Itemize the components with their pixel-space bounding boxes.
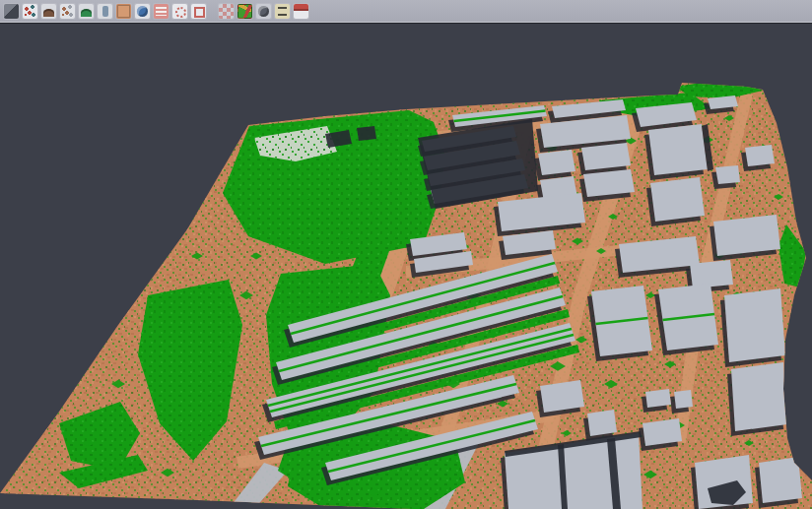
sparse-points-icon: [60, 4, 75, 19]
green-hill-icon-glyph: [81, 9, 92, 17]
flag-icon-glyph: [294, 4, 308, 11]
classification-map-icon[interactable]: [237, 3, 253, 20]
dark-sphere-icon[interactable]: [255, 3, 272, 20]
notes-icon: [275, 4, 290, 19]
red-ring-icon-glyph: [175, 7, 186, 18]
globe-icon[interactable]: [134, 3, 151, 20]
red-brackets-icon[interactable]: [190, 3, 207, 20]
globe-icon: [135, 4, 150, 19]
notes-icon-glyph: [278, 7, 287, 9]
terrain-hill-icon-glyph: [43, 9, 54, 17]
terrain-hill-icon: [41, 4, 56, 19]
red-list-icon-glyph: [156, 7, 167, 16]
column-icon[interactable]: [97, 3, 113, 20]
application-window: [0, 0, 812, 509]
red-brackets-icon-glyph: [194, 7, 205, 18]
scatter-points-icon[interactable]: [22, 3, 38, 20]
orange-square-icon[interactable]: [115, 3, 132, 20]
cloud-dark-icon: [4, 4, 19, 19]
red-brackets-icon: [191, 4, 206, 19]
green-hill-icon[interactable]: [78, 3, 95, 20]
red-list-icon[interactable]: [153, 3, 169, 20]
sparse-points-icon[interactable]: [59, 3, 76, 20]
3d-viewport[interactable]: [0, 24, 812, 509]
checker-faded-icon: [219, 4, 234, 19]
checker-faded-icon[interactable]: [218, 3, 235, 20]
terrain-hill-icon[interactable]: [40, 3, 57, 20]
orange-square-icon-glyph: [117, 5, 130, 18]
cloud-dark-icon[interactable]: [3, 3, 20, 20]
column-icon: [98, 4, 112, 19]
red-list-icon: [154, 4, 169, 19]
dark-sphere-icon-glyph: [258, 6, 269, 17]
column-icon-glyph: [102, 6, 108, 17]
flag-icon: [294, 4, 308, 19]
flag-icon[interactable]: [293, 3, 309, 20]
point-cloud-scene: [0, 24, 812, 509]
red-ring-icon: [172, 4, 187, 19]
dark-sphere-icon: [256, 4, 271, 19]
green-hill-icon: [79, 4, 94, 19]
red-ring-icon[interactable]: [171, 3, 188, 20]
main-toolbar: [0, 0, 812, 23]
classification-map-icon: [237, 4, 252, 19]
orange-square-icon: [116, 4, 131, 19]
globe-icon-glyph: [137, 6, 148, 17]
notes-icon[interactable]: [274, 3, 291, 20]
scatter-points-icon: [23, 4, 37, 19]
